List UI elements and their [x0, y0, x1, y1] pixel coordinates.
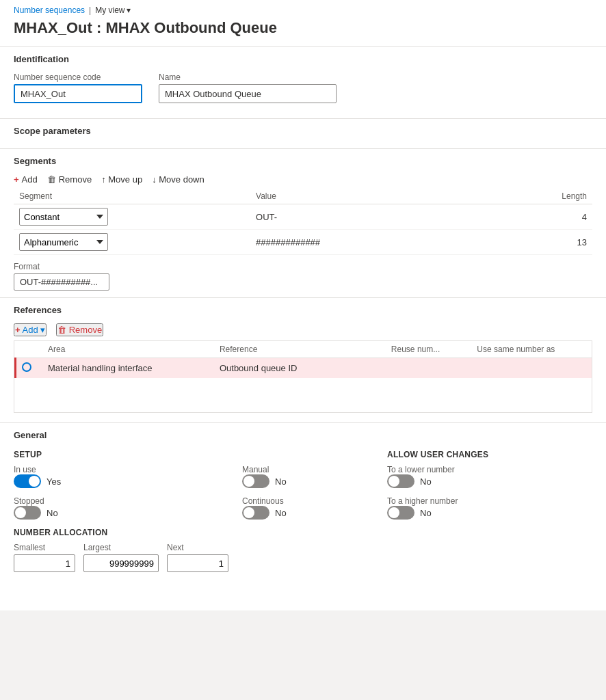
add-ref-label: Add	[23, 325, 38, 335]
number-allocation-title: NUMBER ALLOCATION	[14, 528, 228, 537]
name-input[interactable]	[159, 84, 337, 103]
ref-radio-cell-0	[16, 358, 43, 379]
code-field-group: Number sequence code	[14, 72, 142, 103]
format-value: OUT-##########...	[14, 273, 109, 291]
identification-fields: Number sequence code Name	[14, 72, 592, 103]
add-segment-button[interactable]: + Add	[14, 174, 38, 185]
general-col-left: SETUP In use Yes Stopped No	[14, 450, 228, 572]
segments-section: Segments + Add 🗑 Remove ↑ Move up ↓ Move…	[0, 148, 606, 297]
segments-table-wrapper: Segment Value Length Constant OUT-	[0, 189, 606, 255]
remove-reference-button[interactable]: 🗑 Remove	[56, 323, 103, 336]
add-reference-button[interactable]: + Add ▾	[14, 323, 47, 336]
remove-icon: 🗑	[47, 174, 56, 185]
add-ref-chevron: ▾	[40, 325, 45, 335]
in-use-label: In use	[14, 465, 228, 474]
radio-selected-icon[interactable]	[22, 362, 31, 372]
num-alloc-row: Smallest Largest Next	[14, 543, 228, 572]
references-section: References + Add ▾ 🗑 Remove Area	[0, 297, 606, 422]
col-value-header: Value	[250, 189, 487, 204]
identification-content: Number sequence code Name	[0, 68, 606, 118]
move-down-button[interactable]: ↓ Move down	[152, 174, 205, 185]
format-wrapper: Format OUT-##########...	[0, 258, 606, 297]
lower-number-toggle[interactable]	[387, 474, 414, 488]
ref-reuse-cell-0	[386, 358, 471, 379]
myview-dropdown[interactable]: My view ▾	[95, 5, 130, 15]
identification-section: Identification Number sequence code Name	[0, 46, 606, 118]
continuous-label: Continuous	[242, 496, 387, 506]
ref-reference-cell-0: Outbound queue ID	[214, 358, 386, 379]
value-cell-0: OUT-	[250, 204, 487, 230]
segments-header: Segments	[0, 149, 606, 170]
length-cell-1: 13	[487, 230, 592, 255]
lower-number-label: To a lower number	[387, 465, 592, 474]
add-ref-plus: +	[15, 325, 21, 335]
references-table: Area Reference Reuse num... Use same num…	[14, 341, 592, 378]
table-row[interactable]: Material handling interface Outbound que…	[16, 358, 592, 379]
allow-user-title: ALLOW USER CHANGES	[387, 450, 592, 459]
general-col-right: ALLOW USER CHANGES To a lower number No …	[387, 450, 592, 572]
ref-same-cell-0	[471, 358, 592, 379]
next-input[interactable]	[167, 554, 228, 572]
manual-toggle-row: No	[242, 474, 387, 488]
col-reuse-header: Reuse num...	[386, 341, 471, 358]
manual-toggle[interactable]	[242, 474, 269, 488]
continuous-value: No	[275, 508, 287, 518]
largest-group: Largest	[83, 543, 159, 572]
format-label: Format	[14, 262, 592, 271]
continuous-toggle[interactable]	[242, 506, 269, 520]
toggle-knob	[243, 507, 254, 518]
higher-number-toggle-row: No	[387, 506, 592, 520]
higher-number-value: No	[420, 508, 432, 518]
manual-label: Manual	[242, 465, 387, 474]
value-cell-1: #############	[250, 230, 487, 255]
remove-label: Remove	[59, 174, 92, 185]
largest-input[interactable]	[83, 554, 159, 572]
move-up-label: ↑ Move up	[101, 174, 142, 185]
higher-number-toggle[interactable]	[387, 506, 414, 520]
toggle-knob	[15, 507, 26, 518]
stopped-toggle[interactable]	[14, 506, 41, 520]
value-text-1: #############	[256, 237, 320, 247]
in-use-value: Yes	[47, 476, 61, 487]
move-up-button[interactable]: ↑ Move up	[101, 174, 142, 185]
ref-area-cell-0: Material handling interface	[42, 358, 214, 379]
page-title: MHAX_Out : MHAX Outbound Queue	[0, 18, 606, 46]
toggle-knob	[243, 476, 254, 487]
segment-cell-0: Constant	[14, 204, 250, 230]
add-icon: +	[14, 174, 19, 185]
general-header: General	[0, 423, 606, 444]
col-segment-header: Segment	[14, 189, 250, 204]
stopped-value: No	[47, 508, 58, 518]
scope-parameters-header: Scope parameters	[0, 119, 606, 140]
smallest-label: Smallest	[14, 543, 75, 552]
segment-select-1[interactable]: Alphanumeric	[19, 233, 108, 251]
segments-toolbar: + Add 🗑 Remove ↑ Move up ↓ Move down	[0, 170, 606, 189]
col-reference-header: Reference	[214, 341, 386, 358]
segments-table: Segment Value Length Constant OUT-	[14, 189, 592, 255]
remove-segment-button[interactable]: 🗑 Remove	[47, 174, 92, 185]
add-label: Add	[22, 174, 38, 185]
general-section: General SETUP In use Yes Stopped	[0, 422, 606, 583]
remove-ref-icon: 🗑	[57, 325, 66, 335]
table-row[interactable]: Constant OUT- 4	[14, 204, 592, 230]
name-label: Name	[159, 72, 337, 82]
col-length-header: Length	[487, 189, 592, 204]
breadcrumb-link[interactable]: Number sequences	[14, 5, 85, 15]
segment-select-0[interactable]: Constant	[19, 208, 108, 226]
segments-header-row: Segment Value Length	[14, 189, 592, 204]
length-cell-0: 4	[487, 204, 592, 230]
remove-ref-label: Remove	[69, 325, 102, 335]
table-row[interactable]: Alphanumeric ############# 13	[14, 230, 592, 255]
name-field-group: Name	[159, 72, 337, 103]
in-use-toggle[interactable]	[14, 474, 41, 488]
next-group: Next	[167, 543, 228, 572]
col-same-header: Use same number as	[471, 341, 592, 358]
scope-parameters-section: Scope parameters	[0, 118, 606, 148]
ref-header-row: Area Reference Reuse num... Use same num…	[16, 341, 592, 358]
general-columns: SETUP In use Yes Stopped No	[14, 450, 592, 572]
smallest-group: Smallest	[14, 543, 75, 572]
smallest-input[interactable]	[14, 554, 75, 572]
code-input[interactable]	[14, 84, 142, 103]
largest-label: Largest	[83, 543, 159, 552]
references-toolbar: + Add ▾ 🗑 Remove	[0, 319, 606, 340]
